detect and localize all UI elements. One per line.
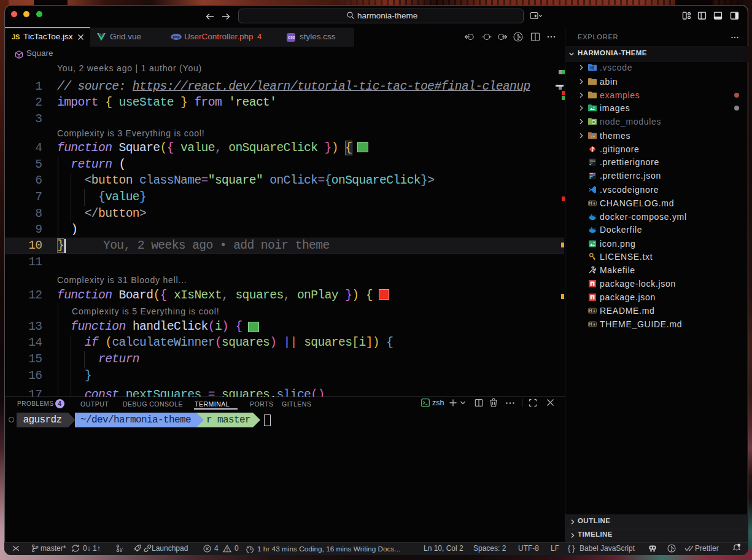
svg-text:php: php	[172, 34, 180, 39]
